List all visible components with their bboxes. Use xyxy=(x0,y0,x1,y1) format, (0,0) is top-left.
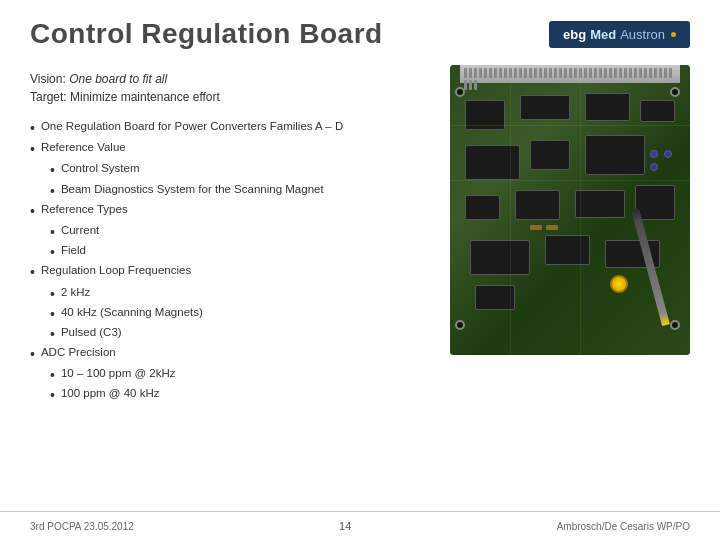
bullet-2-sub1-text: Control System xyxy=(61,160,140,178)
logo-austron: Austron xyxy=(620,27,665,42)
bullet-5-sub2-dot: • xyxy=(50,386,55,404)
slide-title: Control Regulation Board xyxy=(30,18,383,50)
bullet-5-dot: • xyxy=(30,345,35,363)
pcb-chip-12 xyxy=(470,240,530,275)
bullet-4-sub2: • 40 kHz (Scanning Magnets) xyxy=(50,304,430,323)
pcb-chip-9 xyxy=(515,190,560,220)
bullet-3-sub2-text: Field xyxy=(61,242,86,260)
bullet-4-sub1-text: 2 kHz xyxy=(61,284,90,302)
bullet-2-sub2-dot: • xyxy=(50,182,55,200)
bullet-3-sub2-dot: • xyxy=(50,243,55,261)
bullet-4-sub3-text: Pulsed (C3) xyxy=(61,324,122,342)
pcb-chip-15 xyxy=(475,285,515,310)
pcb-hole-2 xyxy=(670,87,680,97)
pcb-chip-4 xyxy=(640,100,675,122)
bullet-2-text: Reference Value xyxy=(41,139,126,157)
bullet-list: • One Regulation Board for Power Convert… xyxy=(30,118,430,405)
bullet-4-sub1-dot: • xyxy=(50,285,55,303)
pcb-hole-4 xyxy=(670,320,680,330)
footer-author: Ambrosch/De Cesaris WP/PO xyxy=(557,521,690,532)
pcb-chip-8 xyxy=(465,195,500,220)
bullet-5-sub1-dot: • xyxy=(50,366,55,384)
bullet-2-sub2: • Beam Diagnostics System for the Scanni… xyxy=(50,181,430,200)
pcb-chip-10 xyxy=(575,190,625,218)
pcb-cap-2 xyxy=(664,150,672,158)
bullet-4-dot: • xyxy=(30,263,35,281)
footer-date: 3rd POCPA 23.05.2012 xyxy=(30,521,134,532)
logo-dot xyxy=(671,32,676,37)
pcb-chip-5 xyxy=(465,145,520,180)
pcb-hole-1 xyxy=(455,87,465,97)
pcb-chip-6 xyxy=(530,140,570,170)
bullet-4-sub2-text: 40 kHz (Scanning Magnets) xyxy=(61,304,203,322)
footer: 3rd POCPA 23.05.2012 14 Ambrosch/De Cesa… xyxy=(0,511,720,540)
bullet-4-text: Regulation Loop Frequencies xyxy=(41,262,191,280)
pcb-hole-3 xyxy=(455,320,465,330)
bullet-4-sub3-dot: • xyxy=(50,325,55,343)
bullet-3-sub1-text: Current xyxy=(61,222,99,240)
bullet-3-dot: • xyxy=(30,202,35,220)
pcb-chip-7 xyxy=(585,135,645,175)
pcb-yellow-1 xyxy=(610,275,628,293)
pcb-cap-1 xyxy=(650,150,658,158)
logo: ebg Med Austron xyxy=(549,21,690,48)
board-image xyxy=(450,65,690,355)
bullet-4-sub2-dot: • xyxy=(50,305,55,323)
bullet-5-sub2: • 100 ppm @ 40 kHz xyxy=(50,385,430,404)
logo-ebg: ebg xyxy=(563,27,586,42)
text-area: Vision: One board to fit all Target: Min… xyxy=(30,70,430,406)
bullet-1: • One Regulation Board for Power Convert… xyxy=(30,118,430,137)
bullet-3: • Reference Types xyxy=(30,201,430,220)
target-line: Target: Minimize maintenance effort xyxy=(30,88,430,106)
bullet-5-sub2-text: 100 ppm @ 40 kHz xyxy=(61,385,160,403)
bullet-2-dot: • xyxy=(30,140,35,158)
bullet-5-sub1-text: 10 – 100 ppm @ 2kHz xyxy=(61,365,176,383)
pcb-chip-13 xyxy=(545,235,590,265)
bullet-3-text: Reference Types xyxy=(41,201,128,219)
pcb-chip-2 xyxy=(520,95,570,120)
pcb-res-2 xyxy=(546,225,558,230)
logo-med: Med xyxy=(590,27,616,42)
footer-page: 14 xyxy=(339,520,351,532)
bullet-5: • ADC Precision xyxy=(30,344,430,363)
pcb-chip-11 xyxy=(635,185,675,220)
bullet-1-dot: • xyxy=(30,119,35,137)
bullet-2-sub2-text: Beam Diagnostics System for the Scanning… xyxy=(61,181,324,199)
bullet-3-sub1: • Current xyxy=(50,222,430,241)
vision-target: Vision: One board to fit all Target: Min… xyxy=(30,70,430,106)
bullet-2-sub1: • Control System xyxy=(50,160,430,179)
pcb-res-1 xyxy=(530,225,542,230)
bullet-1-text: One Regulation Board for Power Converter… xyxy=(41,118,343,136)
bullet-5-text: ADC Precision xyxy=(41,344,116,362)
bullet-5-sub1: • 10 – 100 ppm @ 2kHz xyxy=(50,365,430,384)
bullet-2-sub1-dot: • xyxy=(50,161,55,179)
pcb-cap-3 xyxy=(650,163,658,171)
bullet-4: • Regulation Loop Frequencies xyxy=(30,262,430,281)
bullet-3-sub1-dot: • xyxy=(50,223,55,241)
pcb-connector xyxy=(460,65,680,83)
vision-line1: Vision: One board to fit all xyxy=(30,70,430,88)
bullet-4-sub1: • 2 kHz xyxy=(50,284,430,303)
pcb-chip-3 xyxy=(585,93,630,121)
bullet-2: • Reference Value xyxy=(30,139,430,158)
bullet-3-sub2: • Field xyxy=(50,242,430,261)
bullet-4-sub3: • Pulsed (C3) xyxy=(50,324,430,343)
